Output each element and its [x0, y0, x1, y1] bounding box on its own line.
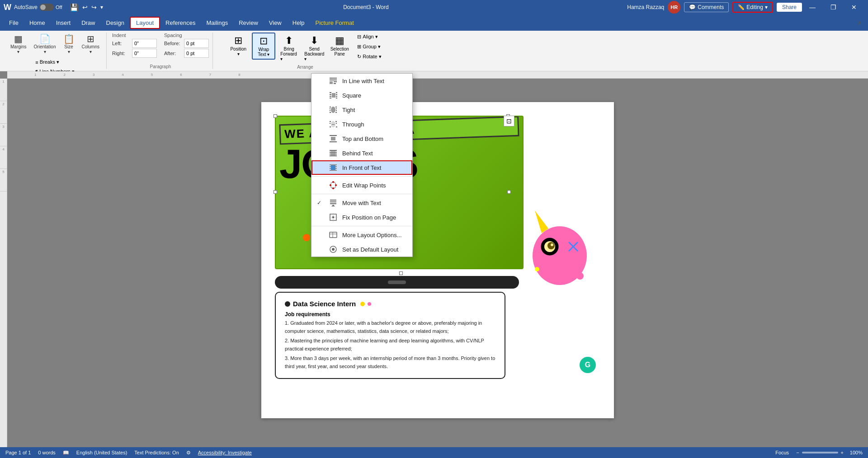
comments-button[interactable]: 💬 Comments: [684, 2, 729, 12]
page-setup-group: ▦ Margins ▾ 📄 Orientation ▾ 📋 Size ▾ ⊞ C…: [4, 33, 107, 69]
wrap-edit-points[interactable]: Edit Wrap Points: [311, 178, 412, 192]
redo-button[interactable]: ↪: [90, 3, 99, 12]
menu-file[interactable]: File: [4, 18, 24, 28]
orientation-button[interactable]: 📄 Orientation ▾: [31, 33, 59, 56]
layout-options-icon[interactable]: ⊡: [504, 116, 514, 126]
save-button[interactable]: 💾: [68, 2, 80, 13]
menu-picture-format[interactable]: Picture Format: [310, 18, 359, 28]
menu-home[interactable]: Home: [24, 18, 51, 28]
zoom-level[interactable]: 100%: [846, 450, 863, 455]
menu-design[interactable]: Design: [101, 18, 130, 28]
zoom-out-button[interactable]: −: [796, 450, 799, 455]
zoom-slider[interactable]: [802, 452, 838, 453]
menu-insert[interactable]: Insert: [51, 18, 76, 28]
svg-rect-17: [332, 93, 335, 98]
wrap-text-button[interactable]: ⊡ Wrap Text ▾: [252, 33, 275, 60]
title-bar: W AutoSave Off 💾 ↩ ↪ ▾ Document3 - Word …: [0, 0, 868, 14]
send-backward-button[interactable]: ⬇ Send Backward ▾: [302, 33, 326, 64]
document-title: Document3 - Word: [105, 4, 627, 10]
menu-references[interactable]: References: [160, 18, 201, 28]
arrange-label: Arrange: [297, 64, 313, 70]
wrap-through[interactable]: Through: [311, 117, 412, 131]
rotate-button[interactable]: ↻ Rotate ▾: [355, 52, 383, 61]
position-button[interactable]: ⊞ Position ▾: [226, 33, 250, 59]
user-name: Hamza Razzaq: [627, 4, 664, 10]
menu-help[interactable]: Help: [287, 18, 310, 28]
svg-rect-51: [330, 164, 337, 165]
zoom-in-button[interactable]: +: [841, 450, 844, 455]
send-backward-icon: ⬇: [310, 35, 318, 47]
behind-icon: [329, 149, 338, 158]
selection-pane-button[interactable]: ▦ Selection Pane: [328, 33, 351, 59]
wrap-more-options[interactable]: More Layout Options...: [311, 228, 412, 242]
wrap-fix-position[interactable]: Fix Position on Page: [311, 210, 412, 224]
wrap-set-default[interactable]: Set as Default Layout: [311, 242, 412, 257]
wrap-in-front[interactable]: In Front of Text: [311, 160, 412, 175]
wrap-top-bottom[interactable]: Top and Bottom: [311, 131, 412, 146]
size-icon: 📋: [63, 34, 75, 43]
indent-right-input[interactable]: [132, 49, 157, 58]
selection-handle-bc[interactable]: [399, 271, 403, 275]
job-posting-card: Data Science Intern Job requirements 1. …: [275, 292, 505, 379]
svg-rect-61: [330, 200, 336, 201]
menu-view[interactable]: View: [264, 18, 287, 28]
undo-button[interactable]: ↩: [80, 3, 90, 12]
job-dot: [285, 301, 290, 307]
ribbon: ▦ Margins ▾ 📄 Orientation ▾ 📋 Size ▾ ⊞ C…: [0, 31, 868, 71]
creature-element: [510, 197, 591, 287]
inline-icon: [329, 76, 338, 85]
close-button[interactable]: ✕: [844, 0, 864, 14]
svg-rect-27: [330, 107, 331, 107]
svg-rect-43: [331, 137, 335, 140]
size-button[interactable]: 📋 Size ▾: [60, 33, 78, 56]
menu-draw[interactable]: Draw: [76, 18, 100, 28]
svg-rect-15: [334, 81, 337, 82]
customize-button[interactable]: ▾: [99, 3, 105, 11]
autosave-toggle[interactable]: [39, 4, 54, 11]
wrap-behind-text[interactable]: Behind Text: [311, 146, 412, 160]
share-button[interactable]: Share: [777, 3, 802, 12]
proofread-icon[interactable]: 📖: [63, 450, 69, 456]
settings-icon[interactable]: ⚙: [186, 450, 191, 456]
bring-forward-button[interactable]: ⬆ Bring Forward ▾: [277, 33, 301, 64]
indent-left-input[interactable]: [132, 39, 157, 48]
toggle-knob: [40, 5, 46, 10]
margins-button[interactable]: ▦ Margins ▾: [7, 33, 30, 56]
svg-point-73: [332, 248, 335, 251]
wrap-move-with-text[interactable]: ✓ Move with Text: [311, 196, 412, 210]
editing-button[interactable]: ✏️ Editing ▾: [732, 2, 773, 13]
selection-handle-ml[interactable]: [274, 190, 277, 194]
breaks-button[interactable]: ≡ Breaks ▾: [33, 58, 76, 66]
bring-forward-icon: ⬆: [285, 35, 293, 47]
columns-button[interactable]: ⊞ Columns ▾: [79, 33, 103, 56]
selection-handle-tl[interactable]: [274, 114, 277, 118]
menu-layout[interactable]: Layout: [130, 17, 160, 29]
focus-button[interactable]: Focus: [775, 450, 789, 455]
indent-section: Indent Left: Right:: [112, 33, 157, 58]
restore-button[interactable]: ❐: [823, 0, 844, 14]
menu-mailings[interactable]: Mailings: [201, 18, 234, 28]
wrap-tight[interactable]: Tight: [311, 103, 412, 117]
accessibility[interactable]: Accessibility: Investigate: [198, 450, 252, 455]
wrap-text-dropdown: In Line with Text Square: [311, 73, 413, 257]
group-button[interactable]: ⊞ Group ▾: [355, 42, 383, 51]
word-count: 0 words: [38, 450, 56, 455]
grammarly-icon[interactable]: G: [580, 357, 596, 373]
wrap-inline[interactable]: In Line with Text: [311, 74, 412, 88]
orientation-icon: 📄: [39, 34, 51, 43]
selection-handle-mr[interactable]: [507, 190, 511, 194]
align-button[interactable]: ⊟ Align ▾: [355, 33, 383, 41]
wrap-square[interactable]: Square: [311, 88, 412, 103]
spacing-before-input[interactable]: [184, 39, 209, 48]
menu-review[interactable]: Review: [233, 18, 264, 28]
ribbon-collapse[interactable]: ∧: [854, 18, 864, 27]
svg-rect-32: [336, 108, 337, 109]
paragraph-label: Paragraph: [150, 63, 171, 69]
minimize-button[interactable]: —: [802, 0, 823, 14]
spacing-after-input[interactable]: [184, 49, 209, 58]
svg-rect-68: [332, 216, 334, 218]
user-avatar[interactable]: HR: [668, 1, 680, 14]
status-bar: Page 1 of 1 0 words 📖 English (United St…: [0, 447, 868, 458]
document-scroll[interactable]: WE ARE HIRING ✦ A JO US: [14, 86, 868, 447]
autosave-label: AutoSave: [14, 4, 38, 10]
